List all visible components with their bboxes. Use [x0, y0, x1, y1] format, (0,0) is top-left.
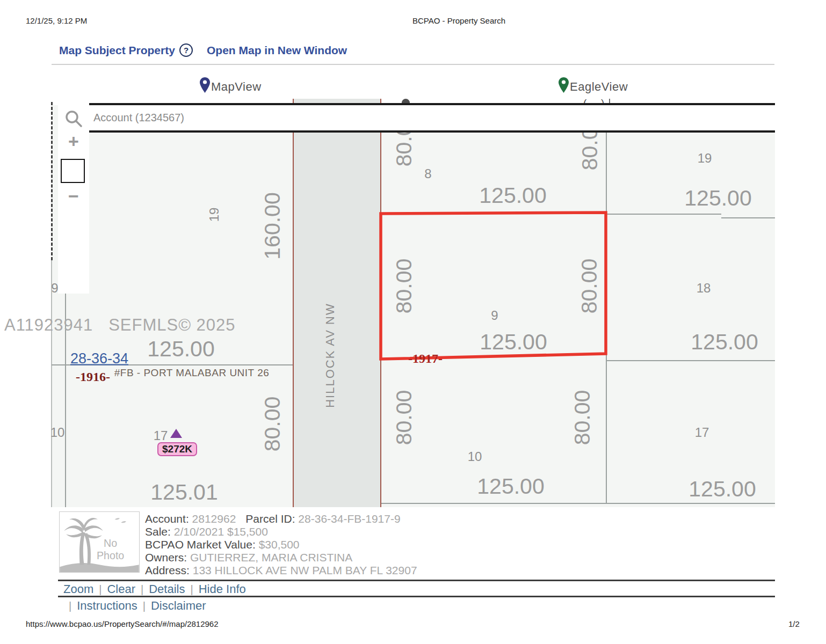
- link-details[interactable]: Details: [149, 582, 185, 596]
- parcel-line: [606, 214, 721, 215]
- map-action-links: Zoom|Clear|Details|Hide Info: [63, 582, 246, 596]
- sale-marker-icon: [170, 429, 182, 438]
- info-label: Address:: [145, 564, 193, 576]
- info-row: Address: 133 HILLOCK AVE NW PALM BAY FL …: [145, 564, 628, 577]
- info-label: Account:: [145, 513, 192, 525]
- search-icon[interactable]: [64, 109, 83, 128]
- info-value: 133 HILLOCK AVE NW PALM BAY FL 32907: [193, 564, 417, 576]
- info-value: $30,500: [259, 538, 300, 551]
- no-photo-text: No: [104, 537, 117, 549]
- link-separator: |: [143, 600, 146, 612]
- map-controls-panel: + −: [58, 102, 89, 294]
- svg-text:Photo: Photo: [97, 550, 124, 561]
- info-value: 2/10/2021 $15,500: [174, 525, 268, 538]
- link-disclaimer[interactable]: Disclaimer: [151, 599, 206, 612]
- link-hide-info[interactable]: Hide Info: [199, 582, 246, 596]
- link-zoom[interactable]: Zoom: [63, 582, 93, 596]
- info-label: BCPAO Market Value:: [145, 538, 259, 551]
- link-clear[interactable]: Clear: [107, 582, 135, 596]
- print-url: https://www.bcpao.us/PropertySearch/#/ma…: [26, 619, 219, 628]
- link-separator: |: [141, 583, 143, 595]
- link-separator: |: [69, 600, 71, 612]
- footer-divider: [58, 580, 775, 581]
- parcel-line: [606, 132, 607, 503]
- link-instructions[interactable]: Instructions: [77, 599, 137, 612]
- sale-price-badge[interactable]: $272K: [157, 442, 197, 456]
- info-label: Parcel ID:: [245, 513, 298, 525]
- info-row: Sale: 2/10/2021 $15,500: [145, 525, 628, 538]
- parcel-line: [606, 360, 775, 361]
- map-left-edge: [51, 260, 52, 507]
- link-separator: |: [190, 583, 193, 595]
- info-row: BCPAO Market Value: $30,500: [145, 538, 628, 551]
- parcel-line: [381, 503, 775, 504]
- footer-divider: [58, 596, 775, 597]
- street-edge-line: [380, 99, 381, 507]
- no-photo-thumbnail: No Photo: [59, 511, 140, 573]
- map-search-bar: [89, 103, 775, 133]
- info-value: GUTIERREZ, MARIA CRISTINA: [190, 551, 352, 564]
- account-search-input[interactable]: [93, 105, 469, 130]
- street-edge-line: [293, 99, 294, 507]
- print-page-number: 1/2: [788, 619, 800, 628]
- section-link[interactable]: 28-36-34: [70, 352, 128, 366]
- info-value: 2812962: [192, 513, 236, 525]
- zoom-out-button[interactable]: −: [58, 188, 89, 204]
- zoom-in-button[interactable]: +: [58, 133, 89, 149]
- page: 12/1/25, 9:12 PM BCPAO - Property Search…: [0, 0, 826, 644]
- extent-box-tool[interactable]: [61, 159, 85, 183]
- street-strip: [293, 99, 381, 507]
- info-label: Sale:: [145, 525, 174, 538]
- info-row: Owners: GUTIERREZ, MARIA CRISTINA: [145, 551, 628, 564]
- link-separator: |: [99, 583, 102, 595]
- parcel-line: [721, 217, 775, 218]
- info-value: 28-36-34-FB-1917-9: [298, 513, 400, 525]
- map-help-links: |Instructions|Disclaimer: [63, 599, 206, 613]
- info-row: Account: 2812962Parcel ID: 28-36-34-FB-1…: [145, 513, 628, 525]
- info-label: Owners:: [145, 551, 190, 564]
- parcel-info-panel: Account: 2812962Parcel ID: 28-36-34-FB-1…: [145, 513, 628, 577]
- parcel-line: [65, 294, 66, 507]
- map-left-dashed-edge: [51, 102, 53, 260]
